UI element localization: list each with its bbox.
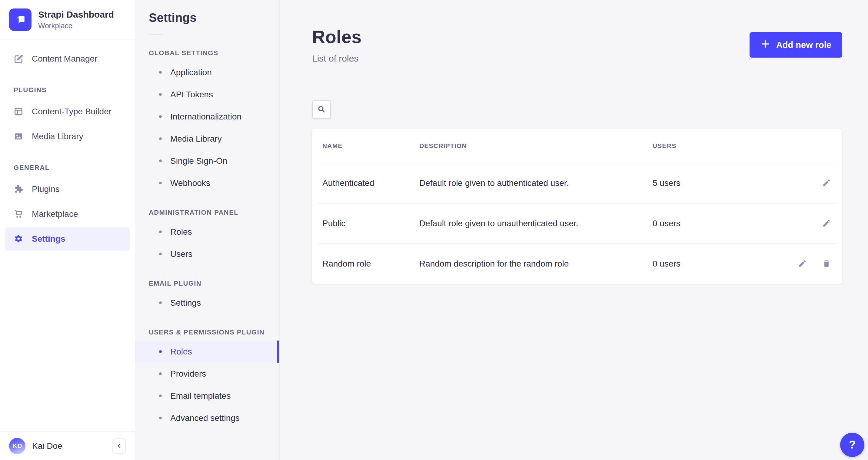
role-users-count: 5 users xyxy=(653,178,774,188)
bullet-icon xyxy=(159,160,162,162)
picture-icon xyxy=(13,131,24,142)
bullet-icon xyxy=(159,93,162,96)
subnav-section-users-permissions: USERS & PERMISSIONS PLUGIN Roles Provide… xyxy=(135,328,279,429)
role-name: Authenticated xyxy=(322,178,419,188)
app-title: Strapi Dashboard xyxy=(38,9,114,20)
pencil-icon xyxy=(822,178,831,188)
column-header-name: NAME xyxy=(322,142,419,149)
edit-role-button[interactable] xyxy=(797,258,808,269)
add-new-role-button[interactable]: Add new role xyxy=(749,32,842,58)
column-header-description: DESCRIPTION xyxy=(419,142,653,149)
pencil-icon xyxy=(822,219,831,229)
pencil-icon xyxy=(798,259,807,269)
subnav-item-single-sign-on[interactable]: Single Sign-On xyxy=(135,150,279,172)
bullet-icon xyxy=(159,416,162,420)
role-users-count: 0 users xyxy=(653,219,774,228)
user-name: Kai Doe xyxy=(32,441,62,451)
main-content: Roles List of roles Add new role NAME DE… xyxy=(280,0,868,460)
subnav-item-label: Providers xyxy=(170,369,206,379)
shopping-cart-icon xyxy=(13,209,24,220)
subnav-item-label: Email templates xyxy=(170,391,230,401)
search-button[interactable] xyxy=(312,100,331,119)
roles-table: NAME DESCRIPTION USERS Authenticated Def… xyxy=(312,128,842,284)
subnav-item-media-library[interactable]: Media Library xyxy=(135,128,279,150)
subnav-item-webhooks[interactable]: Webhooks xyxy=(135,172,279,194)
role-description: Default role given to authenticated user… xyxy=(419,178,653,188)
subnav-item-up-roles[interactable]: Roles xyxy=(135,341,279,363)
subnav-item-admin-roles[interactable]: Roles xyxy=(135,221,279,243)
table-row[interactable]: Authenticated Default role given to auth… xyxy=(312,163,842,203)
sidebar-item-label: Content Manager xyxy=(32,54,97,64)
bullet-icon xyxy=(159,395,162,397)
role-description: Random description for the random role xyxy=(419,259,653,269)
subnav-item-label: Application xyxy=(170,68,212,77)
page-title: Roles xyxy=(312,28,362,46)
user-row: KD Kai Doe xyxy=(0,431,135,460)
sidebar-item-plugins[interactable]: Plugins xyxy=(5,178,130,201)
subnav-item-label: Media Library xyxy=(170,134,222,144)
subnav-item-email-templates[interactable]: Email templates xyxy=(135,385,279,407)
subnav-section-header: ADMINISTRATION PANEL xyxy=(135,209,279,217)
sidebar-item-label: Media Library xyxy=(32,132,83,141)
edit-role-button[interactable] xyxy=(821,218,832,229)
sidebar-item-label: Plugins xyxy=(32,184,60,194)
subnav-item-internationalization[interactable]: Internationalization xyxy=(135,106,279,128)
subnav-item-providers[interactable]: Providers xyxy=(135,363,279,385)
subnav-section-header: USERS & PERMISSIONS PLUGIN xyxy=(135,328,279,336)
delete-role-button[interactable] xyxy=(821,258,832,269)
sidebar-item-marketplace[interactable]: Marketplace xyxy=(5,203,130,226)
chevron-left-icon xyxy=(116,442,122,450)
subnav-section-global-settings: GLOBAL SETTINGS Application API Tokens I… xyxy=(135,49,279,194)
subnav-item-label: Single Sign-On xyxy=(170,156,227,166)
subnav-item-admin-users[interactable]: Users xyxy=(135,243,279,265)
subnav-section-email-plugin: EMAIL PLUGIN Settings xyxy=(135,280,279,314)
subnav-item-label: Settings xyxy=(170,298,201,308)
bullet-icon xyxy=(159,182,162,184)
subnav-item-api-tokens[interactable]: API Tokens xyxy=(135,83,279,106)
add-button-label: Add new role xyxy=(776,40,831,50)
strapi-logo-icon xyxy=(9,8,32,31)
bullet-icon xyxy=(159,71,162,74)
divider xyxy=(149,34,163,35)
bullet-icon xyxy=(159,115,162,118)
section-label-general: GENERAL xyxy=(13,164,130,172)
main-nav: Content Manager PLUGINS Content-Type Bui… xyxy=(0,39,135,431)
role-name: Public xyxy=(322,219,419,228)
avatar[interactable]: KD xyxy=(9,438,26,454)
help-button[interactable]: ? xyxy=(840,433,864,457)
section-label-plugins: PLUGINS xyxy=(13,86,130,94)
main-sidebar: Strapi Dashboard Workplace Content Manag… xyxy=(0,0,135,460)
table-row[interactable]: Public Default role given to unauthentic… xyxy=(312,203,842,243)
sidebar-item-label: Content-Type Builder xyxy=(32,107,112,116)
sidebar-item-media-library[interactable]: Media Library xyxy=(5,125,130,148)
page-header: Roles List of roles Add new role xyxy=(312,28,842,64)
subnav-section-header: EMAIL PLUGIN xyxy=(135,280,279,287)
brand[interactable]: Strapi Dashboard Workplace xyxy=(0,0,135,39)
page-subtitle: List of roles xyxy=(312,53,362,64)
bullet-icon xyxy=(159,350,162,353)
subnav-item-label: Roles xyxy=(170,347,192,356)
sidebar-item-content-manager[interactable]: Content Manager xyxy=(5,47,130,70)
puzzle-icon xyxy=(13,184,24,195)
column-header-users: USERS xyxy=(653,142,774,149)
sidebar-item-content-type-builder[interactable]: Content-Type Builder xyxy=(5,100,130,123)
edit-pen-icon xyxy=(13,53,24,64)
subnav-section-header: GLOBAL SETTINGS xyxy=(135,49,279,57)
table-header-row: NAME DESCRIPTION USERS xyxy=(312,128,842,163)
workspace-name: Workplace xyxy=(38,22,114,30)
subnav-item-email-settings[interactable]: Settings xyxy=(135,292,279,314)
role-description: Default role given to unauthenticated us… xyxy=(419,219,653,228)
subnav-item-advanced-settings[interactable]: Advanced settings xyxy=(135,407,279,429)
edit-role-button[interactable] xyxy=(821,178,832,189)
subnav-item-application[interactable]: Application xyxy=(135,61,279,83)
collapse-sidebar-button[interactable] xyxy=(113,438,126,454)
sidebar-item-settings[interactable]: Settings xyxy=(5,227,130,251)
gear-icon xyxy=(13,233,24,245)
bullet-icon xyxy=(159,137,162,140)
bullet-icon xyxy=(159,253,162,255)
subnav-item-label: Users xyxy=(170,249,192,259)
table-row[interactable]: Random role Random description for the r… xyxy=(312,244,842,284)
subnav-item-label: Roles xyxy=(170,227,192,237)
subnav-item-label: Internationalization xyxy=(170,112,242,122)
subnav-item-label: Webhooks xyxy=(170,178,210,188)
